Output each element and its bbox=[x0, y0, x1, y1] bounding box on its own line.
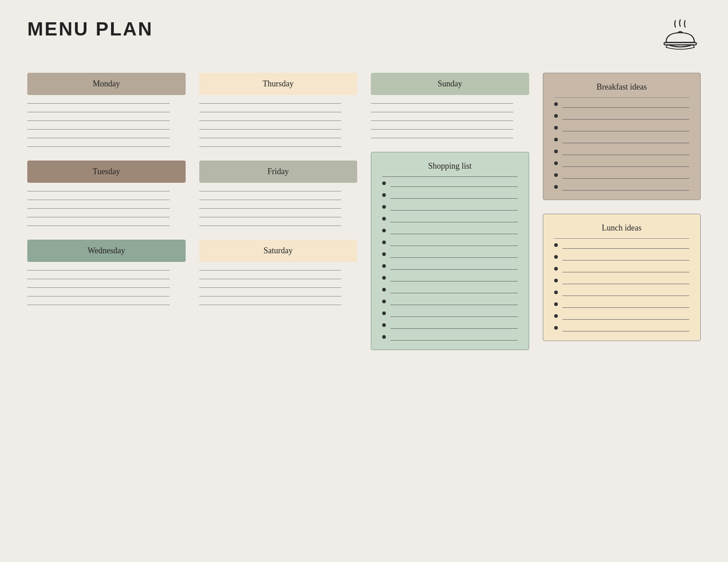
line bbox=[199, 129, 342, 130]
bullet bbox=[554, 291, 558, 294]
bullet bbox=[382, 241, 386, 244]
item-line bbox=[562, 143, 690, 143]
tuesday-lines bbox=[27, 191, 186, 226]
saturday-header: Saturday bbox=[199, 240, 358, 262]
sunday-lines bbox=[371, 103, 529, 138]
line bbox=[27, 226, 170, 226]
bullet bbox=[554, 302, 558, 306]
bullet bbox=[554, 314, 558, 318]
line bbox=[199, 287, 342, 288]
friday-header: Friday bbox=[199, 161, 358, 183]
list-item bbox=[554, 255, 690, 261]
page-header: MENU PLAN bbox=[27, 18, 701, 55]
item-line bbox=[562, 107, 690, 108]
saturday-section: Saturday bbox=[199, 240, 358, 305]
bullet bbox=[382, 311, 386, 315]
list-item bbox=[382, 252, 518, 258]
monday-lines bbox=[27, 103, 186, 147]
lunch-ideas-list bbox=[554, 243, 690, 331]
list-item bbox=[554, 279, 690, 284]
shopping-list-items bbox=[382, 181, 518, 341]
shopping-list-box: Shopping list bbox=[371, 152, 529, 350]
list-item bbox=[554, 302, 690, 308]
list-item bbox=[382, 229, 518, 234]
line bbox=[199, 217, 342, 217]
bullet bbox=[382, 323, 386, 327]
bullet bbox=[382, 288, 386, 291]
list-item bbox=[554, 326, 690, 331]
item-line bbox=[562, 166, 690, 167]
list-item bbox=[382, 300, 518, 305]
item-line bbox=[562, 331, 690, 331]
line bbox=[371, 129, 513, 130]
line bbox=[199, 103, 342, 104]
item-line bbox=[562, 296, 690, 296]
item-line bbox=[390, 316, 518, 317]
wednesday-header: Wednesday bbox=[27, 240, 186, 262]
item-line bbox=[390, 328, 518, 329]
bullet bbox=[554, 138, 558, 141]
bullet bbox=[382, 252, 386, 256]
line bbox=[199, 279, 342, 279]
line bbox=[199, 226, 342, 226]
item-line bbox=[390, 257, 518, 258]
line bbox=[27, 270, 170, 271]
bullet bbox=[382, 217, 386, 221]
friday-section: Friday bbox=[199, 161, 358, 226]
line bbox=[27, 146, 170, 147]
item-line bbox=[562, 260, 690, 261]
monday-header: Monday bbox=[27, 73, 186, 95]
item-line bbox=[562, 190, 690, 191]
line bbox=[199, 296, 342, 296]
line bbox=[27, 103, 170, 104]
item-line bbox=[390, 198, 518, 199]
bullet bbox=[554, 185, 558, 189]
sunday-section: Sunday bbox=[371, 73, 529, 138]
list-item bbox=[382, 288, 518, 293]
line bbox=[27, 296, 170, 296]
bullet bbox=[554, 173, 558, 177]
list-item bbox=[382, 276, 518, 281]
list-item bbox=[554, 173, 690, 179]
list-item bbox=[554, 314, 690, 320]
line bbox=[371, 138, 513, 138]
item-line bbox=[390, 269, 518, 270]
item-line bbox=[562, 307, 690, 308]
list-item bbox=[554, 161, 690, 167]
line bbox=[199, 120, 342, 121]
wednesday-section: Wednesday bbox=[27, 240, 186, 305]
sunday-header: Sunday bbox=[371, 73, 529, 95]
line bbox=[371, 112, 513, 112]
line bbox=[27, 217, 170, 217]
list-item bbox=[382, 217, 518, 222]
line bbox=[199, 208, 342, 209]
bullet bbox=[382, 181, 386, 185]
column-right: Breakfast ideas Lunch ideas bbox=[543, 73, 701, 350]
column-center-right: Sunday Shopping list bbox=[371, 73, 529, 350]
line bbox=[199, 191, 342, 191]
item-line bbox=[562, 248, 690, 249]
line bbox=[371, 120, 513, 121]
bullet bbox=[554, 243, 558, 247]
line bbox=[199, 305, 342, 305]
list-item bbox=[382, 193, 518, 199]
bullet bbox=[382, 205, 386, 209]
thursday-lines bbox=[199, 103, 358, 147]
bullet bbox=[554, 102, 558, 106]
column-center-left: Thursday Friday Saturday bbox=[199, 73, 358, 350]
item-line bbox=[390, 340, 518, 341]
item-line bbox=[390, 234, 518, 234]
line bbox=[27, 208, 170, 209]
main-grid: Monday Tuesday Wednesday bbox=[27, 73, 701, 350]
list-item bbox=[382, 241, 518, 246]
bullet bbox=[382, 335, 386, 339]
item-line bbox=[562, 319, 690, 320]
item-line bbox=[562, 155, 690, 155]
tuesday-header: Tuesday bbox=[27, 161, 186, 183]
list-item bbox=[554, 185, 690, 191]
lunch-ideas-title: Lunch ideas bbox=[554, 223, 690, 239]
list-item bbox=[554, 243, 690, 249]
item-line bbox=[562, 284, 690, 284]
line bbox=[27, 287, 170, 288]
item-line bbox=[562, 131, 690, 131]
